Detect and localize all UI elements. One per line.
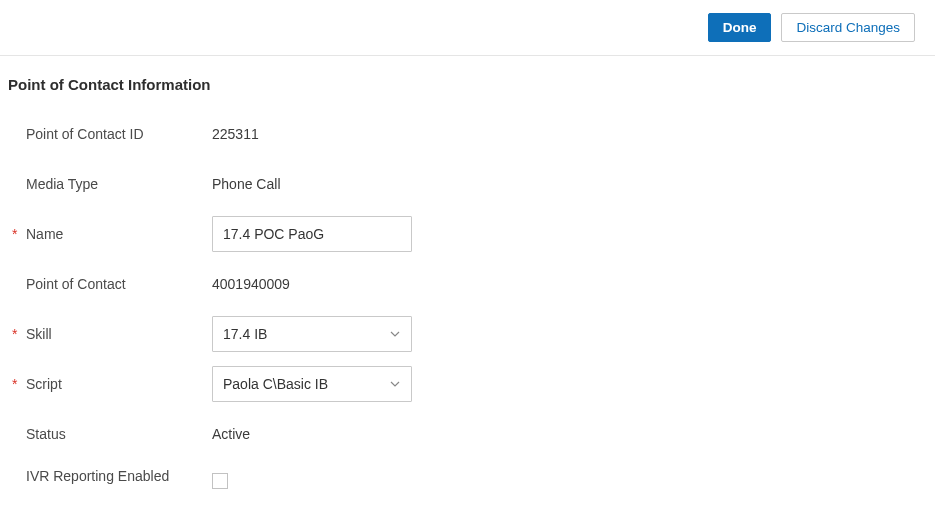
value-poc: 4001940009: [212, 276, 290, 292]
required-indicator: *: [12, 327, 20, 341]
ivr-checkbox[interactable]: [212, 473, 228, 489]
row-status: Status Active: [26, 409, 935, 459]
chevron-down-icon: [389, 378, 401, 390]
required-indicator: *: [12, 227, 20, 241]
label-poc-id: Point of Contact ID: [26, 126, 212, 142]
label-status: Status: [26, 426, 212, 442]
label-ivr: IVR Reporting Enabled: [26, 463, 212, 487]
row-poc-id: Point of Contact ID 225311: [26, 109, 935, 159]
name-input[interactable]: [212, 216, 412, 252]
row-name: * Name: [26, 209, 935, 259]
script-select-value: Paola C\Basic IB: [223, 376, 389, 392]
label-script-text: Script: [26, 376, 62, 392]
row-poc: Point of Contact 4001940009: [26, 259, 935, 309]
value-media-type: Phone Call: [212, 176, 281, 192]
row-media-type: Media Type Phone Call: [26, 159, 935, 209]
chevron-down-icon: [389, 328, 401, 340]
label-name-text: Name: [26, 226, 63, 242]
top-action-bar: Done Discard Changes: [0, 0, 935, 56]
skill-select-value: 17.4 IB: [223, 326, 389, 342]
form-area: Point of Contact ID 225311 Media Type Ph…: [0, 101, 935, 509]
label-skill: * Skill: [26, 326, 212, 342]
required-indicator: *: [12, 377, 20, 391]
value-status: Active: [212, 426, 250, 442]
value-poc-id: 225311: [212, 126, 259, 142]
skill-select[interactable]: 17.4 IB: [212, 316, 412, 352]
label-media-type: Media Type: [26, 176, 212, 192]
row-ivr: IVR Reporting Enabled: [26, 459, 935, 509]
row-skill: * Skill 17.4 IB: [26, 309, 935, 359]
section-title: Point of Contact Information: [0, 56, 935, 101]
row-script: * Script Paola C\Basic IB: [26, 359, 935, 409]
discard-changes-button[interactable]: Discard Changes: [781, 13, 915, 42]
script-select[interactable]: Paola C\Basic IB: [212, 366, 412, 402]
label-name: * Name: [26, 226, 212, 242]
label-poc: Point of Contact: [26, 276, 212, 292]
label-script: * Script: [26, 376, 212, 392]
done-button[interactable]: Done: [708, 13, 772, 42]
label-skill-text: Skill: [26, 326, 52, 342]
